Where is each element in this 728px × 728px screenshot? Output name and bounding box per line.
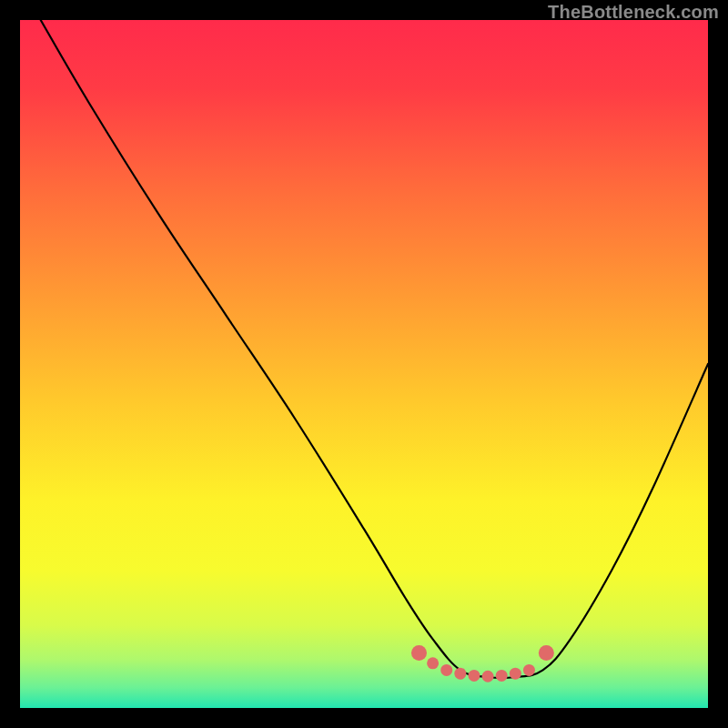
highlight-marker	[468, 670, 480, 682]
watermark-text: TheBottleneck.com	[548, 2, 719, 23]
highlight-marker	[539, 645, 554, 661]
highlight-marker	[496, 670, 508, 682]
highlight-marker	[411, 645, 427, 661]
highlight-marker	[482, 671, 494, 682]
highlight-markers	[411, 645, 554, 682]
chart-frame: TheBottleneck.com	[0, 0, 728, 728]
highlight-marker	[454, 668, 466, 680]
highlight-marker	[440, 664, 452, 676]
bottleneck-curve	[41, 20, 708, 678]
plot-area	[20, 20, 708, 708]
highlight-marker	[510, 668, 521, 680]
highlight-marker	[427, 657, 439, 669]
highlight-marker	[523, 664, 535, 676]
curve-layer	[20, 20, 708, 708]
